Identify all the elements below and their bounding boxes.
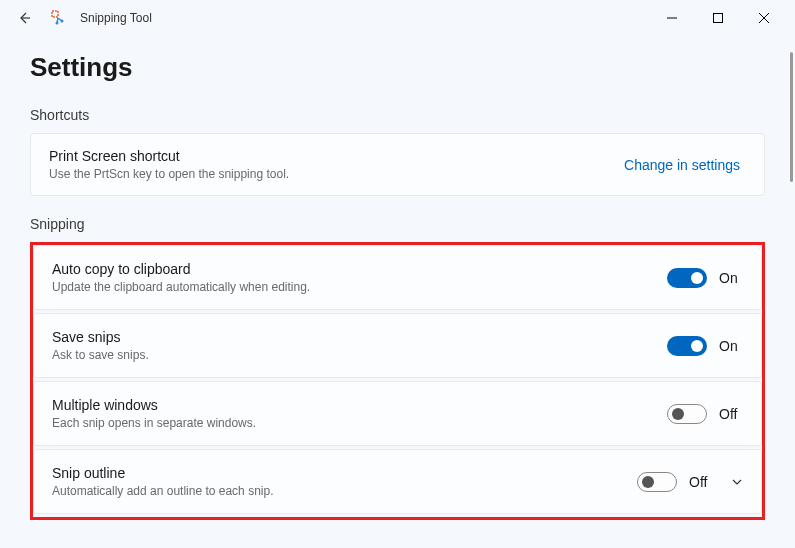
- multiple-windows-title: Multiple windows: [52, 397, 667, 413]
- auto-copy-toggle-group: On: [667, 268, 743, 288]
- back-button[interactable]: [8, 2, 40, 34]
- multiple-windows-toggle[interactable]: [667, 404, 707, 424]
- section-header-shortcuts: Shortcuts: [30, 107, 765, 123]
- app-title: Snipping Tool: [80, 11, 152, 25]
- save-snips-toggle-group: On: [667, 336, 743, 356]
- arrow-left-icon: [16, 10, 32, 26]
- save-snips-text: Save snips Ask to save snips.: [52, 329, 667, 362]
- app-icon: [50, 9, 68, 27]
- multiple-windows-state: Off: [719, 406, 743, 422]
- svg-rect-0: [52, 11, 58, 17]
- scrollbar[interactable]: [790, 52, 793, 182]
- window-controls: [649, 2, 787, 34]
- snip-outline-row[interactable]: Snip outline Automatically add an outlin…: [33, 449, 762, 514]
- snip-outline-toggle-group: Off: [637, 472, 713, 492]
- multiple-windows-text: Multiple windows Each snip opens in sepa…: [52, 397, 667, 430]
- change-settings-link[interactable]: Change in settings: [624, 157, 746, 173]
- multiple-windows-toggle-group: Off: [667, 404, 743, 424]
- save-snips-toggle[interactable]: [667, 336, 707, 356]
- snip-outline-title: Snip outline: [52, 465, 637, 481]
- minimize-button[interactable]: [649, 2, 695, 34]
- auto-copy-row: Auto copy to clipboard Update the clipbo…: [33, 245, 762, 310]
- chevron-down-icon: [731, 476, 743, 488]
- close-button[interactable]: [741, 2, 787, 34]
- print-screen-desc: Use the PrtScn key to open the snipping …: [49, 167, 624, 181]
- close-icon: [759, 13, 769, 23]
- snip-outline-expand[interactable]: [731, 476, 743, 488]
- svg-rect-3: [714, 14, 723, 23]
- minimize-icon: [667, 13, 677, 23]
- maximize-icon: [713, 13, 723, 23]
- section-header-snipping: Snipping: [30, 216, 765, 232]
- auto-copy-title: Auto copy to clipboard: [52, 261, 667, 277]
- save-snips-state: On: [719, 338, 743, 354]
- content-area: Settings Shortcuts Print Screen shortcut…: [0, 36, 795, 548]
- snip-outline-text: Snip outline Automatically add an outlin…: [52, 465, 637, 498]
- page-title: Settings: [30, 52, 765, 83]
- titlebar: Snipping Tool: [0, 0, 795, 36]
- snip-outline-desc: Automatically add an outline to each sni…: [52, 484, 637, 498]
- print-screen-card: Print Screen shortcut Use the PrtScn key…: [30, 133, 765, 196]
- print-screen-title: Print Screen shortcut: [49, 148, 624, 164]
- highlighted-snipping-group: Auto copy to clipboard Update the clipbo…: [30, 242, 765, 520]
- multiple-windows-desc: Each snip opens in separate windows.: [52, 416, 667, 430]
- auto-copy-text: Auto copy to clipboard Update the clipbo…: [52, 261, 667, 294]
- auto-copy-toggle[interactable]: [667, 268, 707, 288]
- snip-outline-toggle[interactable]: [637, 472, 677, 492]
- maximize-button[interactable]: [695, 2, 741, 34]
- save-snips-row: Save snips Ask to save snips. On: [33, 313, 762, 378]
- auto-copy-state: On: [719, 270, 743, 286]
- print-screen-text: Print Screen shortcut Use the PrtScn key…: [49, 148, 624, 181]
- save-snips-title: Save snips: [52, 329, 667, 345]
- snip-outline-state: Off: [689, 474, 713, 490]
- save-snips-desc: Ask to save snips.: [52, 348, 667, 362]
- auto-copy-desc: Update the clipboard automatically when …: [52, 280, 667, 294]
- multiple-windows-row: Multiple windows Each snip opens in sepa…: [33, 381, 762, 446]
